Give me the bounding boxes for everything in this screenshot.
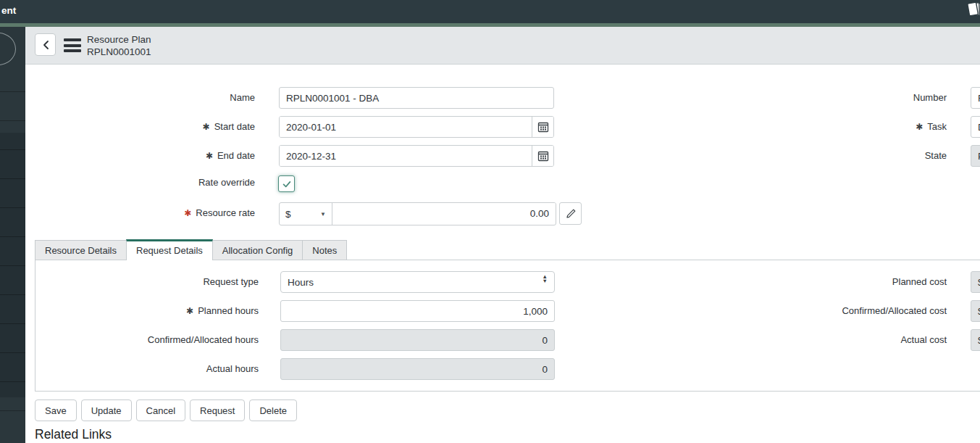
pages-icon[interactable]	[966, 1, 980, 20]
confirmed-cost-label: Confirmed/Allocated cost	[724, 300, 947, 322]
save-button[interactable]: Save	[35, 399, 77, 421]
calendar-icon	[537, 150, 549, 162]
confirmed-cost-input[interactable]	[971, 300, 980, 322]
task-field-wrap	[971, 116, 980, 138]
start-date-label: ✱Start date	[25, 116, 255, 138]
end-date-field-wrap	[279, 145, 554, 167]
required-icon: ✱	[186, 300, 193, 322]
task-input[interactable]	[971, 116, 980, 138]
name-field-wrap	[279, 87, 554, 109]
form-title-block: Resource Plan RPLN0001001	[87, 33, 151, 58]
top-navigation-bar: ent	[0, 0, 980, 23]
page-title: Resource Plan	[87, 33, 151, 46]
form-tabs: Resource Details Request Details Allocat…	[35, 239, 346, 260]
start-date-input[interactable]	[280, 117, 532, 137]
request-type-field-wrap: Hours ▲▼	[280, 271, 555, 293]
number-input[interactable]	[971, 87, 980, 109]
sidebar-avatar-outline	[0, 33, 16, 65]
update-button[interactable]: Update	[81, 399, 132, 421]
form-action-bar: Save Update Cancel Request Delete	[35, 399, 297, 421]
confirmed-hours-input[interactable]	[280, 329, 555, 351]
collapsed-sidebar[interactable]	[0, 27, 25, 443]
tab-allocation-config[interactable]: Allocation Config	[212, 240, 303, 260]
confirmed-hours-label: Confirmed/Allocated hours	[43, 329, 259, 351]
required-icon: ✱	[203, 116, 210, 138]
number-label: Number	[724, 87, 947, 109]
currency-select[interactable]: $ ▼	[280, 203, 332, 225]
request-type-select[interactable]: Hours ▲▼	[280, 271, 555, 293]
actual-hours-label: Actual hours	[43, 358, 259, 380]
task-label: ✱Task	[724, 116, 947, 138]
rate-override-label: Rate override	[25, 174, 255, 191]
end-date-calendar-button[interactable]	[532, 146, 553, 166]
confirmed-hours-field-wrap	[280, 329, 555, 351]
number-field-wrap	[971, 87, 980, 109]
actual-hours-field-wrap	[280, 358, 555, 380]
form-header-bar: Resource Plan RPLN0001001	[25, 27, 980, 65]
delete-button[interactable]: Delete	[249, 399, 297, 421]
actual-cost-label: Actual cost	[724, 329, 947, 351]
resource-rate-edit-button[interactable]	[559, 202, 582, 225]
resource-plan-page: ent Resource Plan RPLN0001001 Name ✱Star…	[0, 0, 980, 443]
required-icon: ✱	[206, 145, 213, 167]
rate-override-checkbox[interactable]	[278, 175, 295, 192]
checkmark-icon	[282, 179, 292, 189]
name-input[interactable]	[279, 87, 554, 109]
tab-notes[interactable]: Notes	[302, 240, 347, 260]
resource-rate-field-wrap: $ ▼	[279, 202, 556, 224]
planned-hours-field-wrap	[280, 300, 555, 322]
request-button[interactable]: Request	[190, 399, 245, 421]
planned-cost-field-wrap	[971, 271, 980, 293]
start-date-calendar-button[interactable]	[532, 117, 553, 137]
pencil-icon	[565, 208, 577, 220]
calendar-icon	[537, 121, 549, 133]
resource-rate-input[interactable]	[332, 203, 556, 223]
related-links-heading: Related Links	[35, 427, 112, 442]
planned-hours-label: ✱Planned hours	[43, 300, 259, 322]
state-field-wrap	[971, 145, 980, 167]
tab-resource-details[interactable]: Resource Details	[35, 240, 127, 260]
state-label: State	[724, 145, 947, 167]
request-type-label: Request type	[43, 271, 259, 293]
dropdown-arrow-icon: ▼	[320, 211, 326, 218]
sidebar-item-dividers	[0, 63, 25, 426]
confirmed-cost-field-wrap	[971, 300, 980, 322]
required-icon: ✱	[184, 202, 191, 224]
end-date-input[interactable]	[280, 146, 532, 166]
back-button[interactable]	[35, 33, 56, 56]
cancel-button[interactable]: Cancel	[136, 399, 185, 421]
planned-cost-label: Planned cost	[724, 271, 947, 293]
actual-cost-input[interactable]	[971, 329, 980, 351]
tab-request-details[interactable]: Request Details	[126, 239, 213, 260]
start-date-field-wrap	[279, 116, 554, 138]
planned-hours-input[interactable]	[280, 300, 555, 322]
hamburger-icon[interactable]	[64, 38, 81, 52]
actual-cost-field-wrap	[971, 329, 980, 351]
required-icon: ✱	[916, 116, 923, 138]
state-input[interactable]	[971, 145, 980, 167]
record-number: RPLN0001001	[87, 46, 151, 58]
select-spinner-icon: ▲▼	[543, 275, 548, 283]
planned-cost-input[interactable]	[971, 271, 980, 293]
name-label: Name	[25, 87, 255, 109]
actual-hours-input[interactable]	[280, 358, 555, 380]
resource-rate-label: ✱Resource rate	[25, 202, 255, 224]
back-chevron-icon	[42, 40, 49, 50]
end-date-label: ✱End date	[25, 145, 255, 167]
app-title-fragment: ent	[1, 5, 16, 16]
